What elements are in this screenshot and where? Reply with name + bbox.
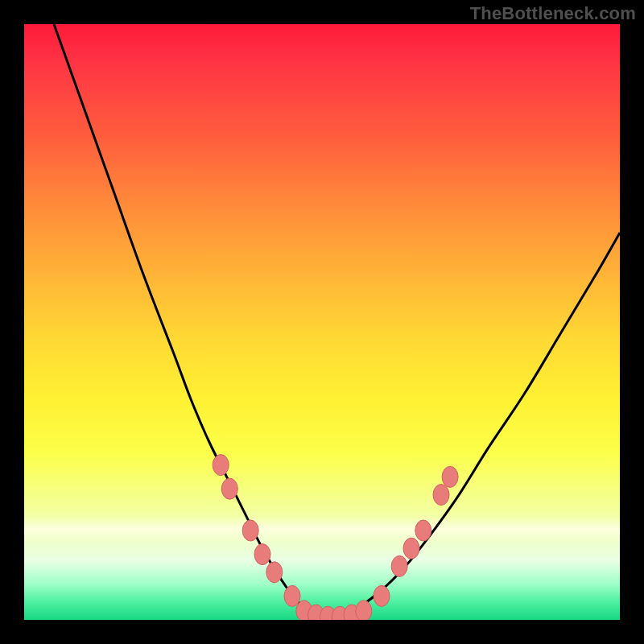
- curve-marker: [442, 466, 458, 487]
- curve-marker: [284, 585, 300, 606]
- plot-area: [24, 24, 620, 620]
- left-curve: [54, 24, 334, 620]
- curve-marker: [221, 478, 237, 499]
- right-curve: [334, 233, 620, 620]
- curve-marker: [356, 601, 372, 620]
- outer-frame: TheBottleneck.com: [0, 0, 644, 644]
- marker-layer: [213, 455, 458, 620]
- curve-marker: [254, 544, 270, 565]
- curve-marker: [374, 585, 390, 606]
- curve-layer: [54, 24, 620, 620]
- curve-marker: [433, 485, 449, 506]
- chart-svg: [24, 24, 620, 620]
- curve-marker: [213, 455, 229, 476]
- curve-marker: [391, 555, 407, 576]
- curve-marker: [242, 520, 258, 541]
- curve-marker: [266, 562, 283, 583]
- watermark-text: TheBottleneck.com: [470, 3, 636, 24]
- curve-marker: [403, 538, 419, 559]
- curve-marker: [415, 520, 431, 541]
